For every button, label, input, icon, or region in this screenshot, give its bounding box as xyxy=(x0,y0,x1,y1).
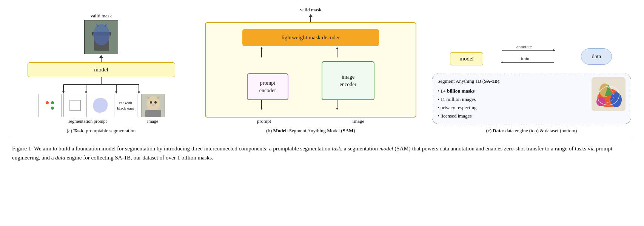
c-model-box: model xyxy=(450,52,483,65)
sa1b-image xyxy=(592,77,626,111)
valid-mask-label-a: valid mask xyxy=(91,13,112,19)
svg-marker-32 xyxy=(553,49,555,51)
b-valid-mask-section: valid mask xyxy=(205,7,416,22)
panel-b-caption: (b) Model: Segment Anything Model (SAM) xyxy=(266,127,355,134)
b-arrow-line xyxy=(310,17,311,22)
b-arrowhead-up xyxy=(309,14,313,17)
model-label-a: model xyxy=(94,67,108,73)
fork-arrows xyxy=(48,77,154,94)
arrow-to-model xyxy=(99,54,103,62)
diagrams-row: valid mask xyxy=(11,7,633,138)
svg-point-3 xyxy=(93,24,110,45)
c-arrows-svg: annotate train xyxy=(501,43,562,70)
encoder-row: promptencoder imageencoder xyxy=(213,61,408,100)
svg-marker-11 xyxy=(138,91,140,94)
points-prompt-box xyxy=(38,94,62,117)
spacer xyxy=(46,107,49,110)
panel-b-caption-rest: : Segment Anything Model (SAM) xyxy=(287,128,355,133)
figure-container: valid mask xyxy=(11,7,633,162)
prompts-boxes: cat withblack ears xyxy=(38,94,137,117)
sa1b-item-4: • licensed images xyxy=(438,112,588,120)
svg-point-21 xyxy=(154,101,157,104)
c-top-section: model annotate train xyxy=(432,43,631,70)
panel-b: valid mask lightweight mask decoder xyxy=(201,7,420,134)
cat-photo-svg xyxy=(142,94,165,117)
panel-b-caption-bold: Model xyxy=(273,128,287,133)
svg-rect-22 xyxy=(145,110,161,117)
b-bottom-svg xyxy=(213,100,408,111)
prompt-points xyxy=(43,99,56,112)
sa1b-title-bold: SA-1B xyxy=(484,78,498,84)
c-data-box: data xyxy=(581,48,612,65)
caption-task-italic: task xyxy=(332,146,341,152)
prompts-section: cat withblack ears segmentation prompt xyxy=(14,94,188,124)
image-encoder-label: imageencoder xyxy=(340,74,356,87)
panel-a-caption: (a) Task: promptable segmentation xyxy=(67,127,136,134)
points-row-1 xyxy=(46,101,54,104)
mask-decoder-box: lightweight mask decoder xyxy=(242,29,379,46)
dot-red-1 xyxy=(46,101,49,104)
svg-marker-30 xyxy=(336,108,338,110)
sa1b-item-2: • 11 million images xyxy=(438,95,588,104)
sa1b-item-1-bold: 1+ billion masks xyxy=(441,88,475,94)
svg-text:annotate: annotate xyxy=(516,44,532,50)
valid-mask-label-b: valid mask xyxy=(300,7,322,13)
panel-a-caption-bold: Task xyxy=(73,128,83,133)
caption-suffix: engine for collecting SA-1B, our dataset… xyxy=(65,155,213,161)
caption-prefix: Figure 1: We aim to build a foundation m… xyxy=(12,146,332,152)
figure-caption: Figure 1: We aim to build a foundation m… xyxy=(11,144,633,162)
c-model-col: model xyxy=(432,48,501,65)
sa1b-title-prefix: Segment Anything 1B ( xyxy=(438,78,484,84)
panel-c-caption-rest: : data engine (top) & dataset (bottom) xyxy=(503,128,577,133)
box-prompt-box xyxy=(63,94,87,117)
svg-text:train: train xyxy=(521,56,529,61)
cat-text: cat withblack ears xyxy=(117,100,134,111)
image-encoder-box: imageencoder xyxy=(322,61,374,100)
panel-c-diagram: model annotate train xyxy=(432,43,631,124)
seg-prompt-label: segmentation prompt xyxy=(68,119,107,124)
sa1b-item-1: • 1+ billion masks xyxy=(438,87,588,95)
valid-mask-section: valid mask xyxy=(84,13,118,54)
image-label-a: image xyxy=(147,119,158,124)
fork-svg xyxy=(48,77,154,94)
panel-a-caption-rest: : promptable segmentation xyxy=(83,128,136,133)
caption-model-italic: model xyxy=(379,146,393,152)
sa1b-box: Segment Anything 1B (SA-1B): • 1+ billio… xyxy=(432,73,631,124)
b-bottom-arrows xyxy=(213,100,408,111)
sa1b-title-suffix: ): xyxy=(498,78,501,84)
caption-data-italic: data xyxy=(55,155,65,161)
outer-yellow-box: lightweight mask decoder xyxy=(205,22,416,118)
c-model-label: model xyxy=(459,56,474,62)
prompt-label-b: prompt xyxy=(257,118,271,124)
image-section-a: image xyxy=(141,94,165,124)
arrow-line-1 xyxy=(101,58,102,62)
c-data-label: data xyxy=(592,53,601,59)
panel-a-caption-paren: (a) xyxy=(67,128,74,133)
prompt-encoder-box: promptencoder xyxy=(247,73,288,100)
sa1b-scene-svg xyxy=(592,77,626,111)
svg-marker-26 xyxy=(336,47,338,49)
text-prompt-box: cat withblack ears xyxy=(114,94,137,117)
cat-image-content xyxy=(85,20,118,54)
model-box-a: model xyxy=(28,62,175,77)
prompt-mask xyxy=(93,98,108,113)
prompt-rect xyxy=(69,100,81,111)
panel-c-caption-paren: (c) xyxy=(486,128,493,133)
points-row-2 xyxy=(46,107,54,110)
sa1b-item-3: • privacy respecting xyxy=(438,104,588,112)
caption-middle1: , a segmentation xyxy=(341,146,379,152)
svg-marker-15 xyxy=(115,91,117,94)
panel-b-diagram: valid mask lightweight mask decoder xyxy=(205,7,416,124)
svg-point-20 xyxy=(150,101,152,104)
sa1b-title: Segment Anything 1B (SA-1B): xyxy=(438,77,588,85)
b-mid-arrows xyxy=(213,46,408,57)
panel-c-caption-bold: Data xyxy=(493,128,503,133)
arrowhead-up-1 xyxy=(99,55,103,58)
c-data-col: data xyxy=(562,48,631,65)
image-preview xyxy=(141,94,165,117)
mask-decoder-label: lightweight mask decoder xyxy=(282,34,340,40)
panel-a: valid mask xyxy=(11,13,192,134)
cat-scene-svg xyxy=(85,20,118,54)
panel-b-caption-paren: (b) xyxy=(266,128,273,133)
svg-marker-28 xyxy=(260,108,263,110)
